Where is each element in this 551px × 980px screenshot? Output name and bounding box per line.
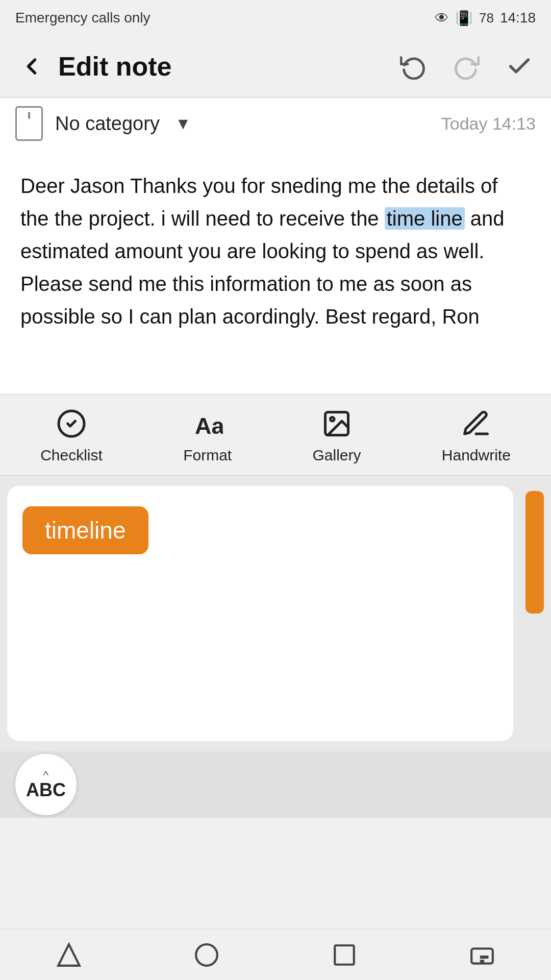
- note-date: Today 14:13: [441, 114, 536, 134]
- checklist-icon: [54, 406, 89, 442]
- svg-rect-6: [335, 945, 354, 965]
- eye-icon: 👁: [435, 10, 449, 27]
- gallery-icon: [319, 406, 355, 442]
- format-icon: Aa: [190, 406, 226, 442]
- svg-marker-4: [58, 944, 80, 966]
- toolbar-gallery[interactable]: Gallery: [312, 406, 361, 464]
- svg-point-3: [330, 418, 334, 422]
- status-carrier: Emergency calls only: [15, 10, 151, 26]
- handwrite-label: Handwrite: [442, 447, 511, 464]
- category-label: No category: [55, 113, 160, 135]
- checklist-label: Checklist: [40, 447, 103, 464]
- nav-keyboard[interactable]: [457, 935, 508, 975]
- status-icons: 👁 📳 78 14:18: [435, 10, 536, 27]
- toolbar-handwrite[interactable]: Handwrite: [442, 406, 511, 464]
- autocorrect-side-pill: [525, 491, 544, 614]
- highlighted-word: time line: [385, 207, 465, 230]
- nav-recents[interactable]: [319, 935, 370, 975]
- format-label: Format: [183, 447, 232, 464]
- category-icon: [15, 106, 43, 141]
- battery-icon: 78: [479, 10, 494, 26]
- abc-label: ABC: [26, 781, 66, 799]
- undo-button[interactable]: [397, 50, 430, 83]
- back-button[interactable]: [15, 50, 48, 83]
- handwrite-icon: [458, 406, 494, 442]
- bottom-nav: [0, 929, 551, 980]
- confirm-button[interactable]: [503, 50, 536, 83]
- autocorrect-card[interactable]: timeline: [7, 486, 513, 741]
- category-row: No category ▼ Today 14:13: [0, 98, 551, 149]
- autocorrect-panel: timeline: [0, 476, 551, 751]
- category-dropdown[interactable]: ▼: [175, 114, 191, 133]
- keyboard-toggle-row: ^ ABC: [0, 751, 551, 818]
- page-title: Edit note: [58, 51, 387, 82]
- svg-point-5: [196, 944, 217, 966]
- abc-button[interactable]: ^ ABC: [15, 754, 77, 815]
- vibrate-icon: 📳: [455, 10, 473, 27]
- gallery-label: Gallery: [312, 447, 361, 464]
- toolbar-format[interactable]: Aa Format: [183, 406, 232, 464]
- status-bar: Emergency calls only 👁 📳 78 14:18: [0, 0, 551, 36]
- nav-home[interactable]: [181, 935, 232, 975]
- nav-back[interactable]: [43, 935, 94, 975]
- autocorrect-suggestion[interactable]: timeline: [22, 506, 148, 554]
- app-bar-actions: [397, 50, 536, 83]
- note-content-area[interactable]: Deer Jason Thanks you for sneding me the…: [0, 149, 551, 394]
- toolbar: Checklist Aa Format Gallery Handwrit: [0, 394, 551, 476]
- time-display: 14:18: [500, 10, 536, 26]
- svg-text:Aa: Aa: [195, 413, 223, 439]
- app-bar: Edit note: [0, 36, 551, 97]
- redo-button[interactable]: [450, 50, 483, 83]
- toolbar-checklist[interactable]: Checklist: [40, 406, 103, 464]
